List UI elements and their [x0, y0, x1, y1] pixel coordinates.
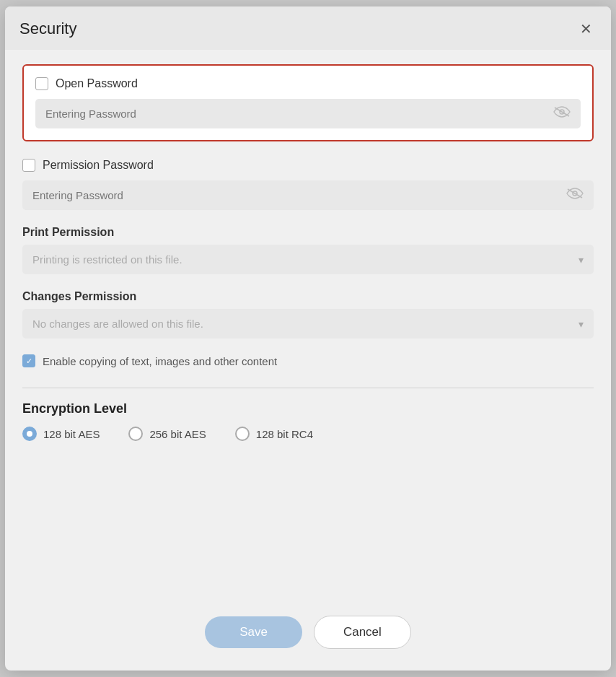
- changes-permission-value: No changes are allowed on this file.: [32, 318, 203, 330]
- dialog-body: Open Password Permission Password: [5, 50, 611, 601]
- permission-password-field[interactable]: [22, 180, 594, 210]
- radio-256-aes[interactable]: 256 bit AES: [128, 427, 206, 441]
- changes-permission-dropdown[interactable]: No changes are allowed on this file. ▾: [22, 309, 594, 338]
- close-icon: ✕: [580, 20, 592, 38]
- copy-content-checkbox[interactable]: [22, 354, 35, 367]
- radio-256-aes-label: 256 bit AES: [149, 428, 206, 440]
- permission-password-eye-icon[interactable]: [566, 188, 584, 203]
- changes-permission-arrow: ▾: [578, 318, 584, 330]
- permission-password-input[interactable]: [32, 189, 566, 201]
- radio-128-aes-circle[interactable]: [22, 427, 37, 441]
- permission-password-section: Permission Password: [22, 159, 594, 210]
- open-password-checkbox[interactable]: [35, 77, 48, 90]
- permission-password-row: Permission Password: [22, 159, 594, 172]
- radio-128-rc4[interactable]: 128 bit RC4: [235, 427, 313, 441]
- radio-128-rc4-label: 128 bit RC4: [256, 428, 313, 440]
- open-password-input[interactable]: [45, 108, 553, 120]
- changes-permission-label: Changes Permission: [22, 290, 594, 303]
- cancel-button[interactable]: Cancel: [314, 616, 411, 649]
- radio-128-aes[interactable]: 128 bit AES: [22, 427, 100, 441]
- radio-128-rc4-circle[interactable]: [235, 427, 250, 441]
- open-password-section: Open Password: [22, 64, 594, 141]
- encryption-radio-group: 128 bit AES 256 bit AES 128 bit RC4: [22, 427, 594, 441]
- open-password-label[interactable]: Open Password: [56, 77, 138, 90]
- permission-password-checkbox[interactable]: [22, 159, 35, 172]
- open-password-field[interactable]: [35, 99, 581, 128]
- radio-128-aes-label: 128 bit AES: [43, 428, 100, 440]
- print-permission-arrow: ▾: [578, 254, 584, 266]
- save-button[interactable]: Save: [205, 616, 302, 648]
- open-password-eye-icon[interactable]: [553, 106, 571, 121]
- changes-permission-section: Changes Permission No changes are allowe…: [22, 290, 594, 338]
- print-permission-value: Printing is restricted on this file.: [32, 253, 182, 266]
- dialog-footer: Save Cancel: [5, 601, 611, 656]
- encryption-title: Encryption Level: [22, 401, 594, 416]
- encryption-section: Encryption Level 128 bit AES 256 bit AES…: [22, 388, 594, 441]
- permission-password-label[interactable]: Permission Password: [43, 159, 154, 172]
- print-permission-dropdown[interactable]: Printing is restricted on this file. ▾: [22, 245, 594, 274]
- close-button[interactable]: ✕: [575, 18, 597, 40]
- radio-256-aes-circle[interactable]: [128, 427, 143, 441]
- copy-content-row: Enable copying of text, images and other…: [22, 354, 594, 367]
- print-permission-label: Print Permission: [22, 226, 594, 239]
- dialog-title: Security: [19, 19, 76, 38]
- security-dialog: Security ✕ Open Password: [5, 6, 611, 671]
- print-permission-section: Print Permission Printing is restricted …: [22, 226, 594, 274]
- open-password-row: Open Password: [35, 77, 581, 90]
- copy-content-label: Enable copying of text, images and other…: [43, 355, 277, 367]
- dialog-header: Security ✕: [5, 6, 611, 50]
